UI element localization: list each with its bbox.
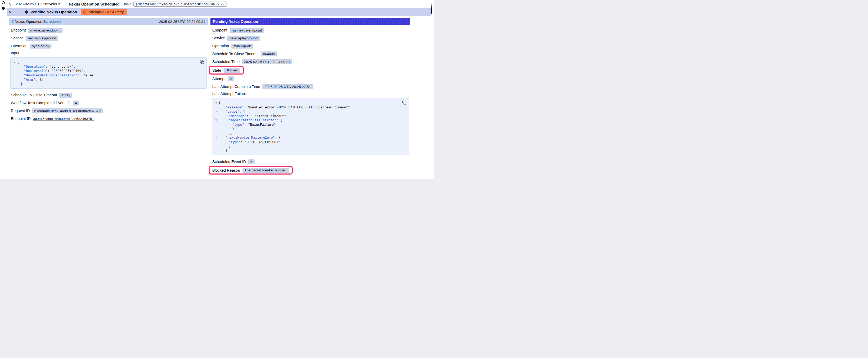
chevron-spacer <box>214 131 219 136</box>
field-value-badge: 1 day <box>59 93 72 98</box>
copy-icon[interactable] <box>200 60 204 64</box>
retry-attempt-badge: Attempt 2 · Next Retry <box>81 9 127 15</box>
code-content: "applicationFailureInfo": { <box>229 118 282 123</box>
resize-handle-dots[interactable] <box>431 2 432 14</box>
field-label: Last Attempt Complete Time <box>212 85 260 89</box>
timeline-dotted-connector <box>3 11 3 17</box>
pending-asterisk-icon <box>25 10 28 14</box>
event-title: Nexus Operation Scheduled <box>69 2 120 6</box>
fields-bottom: Scheduled Event ID5Blocked ReasonThe cir… <box>212 159 409 174</box>
field-workflow-task-completed-event-id: Workflow Task Completed Event ID4 <box>11 100 79 106</box>
field-label: Schedule To Close Timeout <box>11 93 57 97</box>
event-input-preview: {"Operation":"sync-op-ok","BusinessID":"… <box>133 2 226 6</box>
code-content: } <box>225 149 227 153</box>
field-value-badge: nexus-playground <box>227 36 259 41</box>
retry-refresh-icon <box>83 10 87 14</box>
collapse-chevron-icon[interactable]: ∨ <box>12 60 17 65</box>
input-label: Input <box>11 51 207 55</box>
code-content: "message": "upstream timeout", <box>229 114 288 118</box>
field-label: Endpoint <box>11 28 26 32</box>
pending-operation-panel-header: Pending Nexus Operation <box>211 18 410 25</box>
event-title: Pending Nexus Operation <box>30 10 77 14</box>
fields-top: Endpointmy-nexus-endpointServicenexus-pl… <box>11 27 207 49</box>
field-value-badge: 2025-02-25 UTC 20:24:09.21 <box>242 59 292 64</box>
field-endpoint: Endpointmy-nexus-endpoint <box>212 27 264 33</box>
code-line: "HandlerWaitForCancellation": false, <box>12 73 197 78</box>
code-line: ∨{ <box>214 101 400 105</box>
field-value-badge: 5 <box>248 159 254 164</box>
scheduled-event-panel-header: 5 Nexus Operation Scheduled 2025-02-25 U… <box>9 18 208 25</box>
code-content: "BusinessID": "20250225122409", <box>24 69 85 73</box>
event-rows: 5 2025-02-25 UTC 20:24:09.21 Nexus Opera… <box>7 1 431 16</box>
field-value-badge: 2 <box>228 76 234 82</box>
code-content: { <box>219 101 221 105</box>
event-row-nexus-operation-scheduled[interactable]: 5 2025-02-25 UTC 20:24:09.21 Nexus Opera… <box>7 1 431 8</box>
chevron-spacer <box>214 114 219 118</box>
field-attempt: Attempt2 <box>212 76 234 82</box>
field-value-badge: 4 <box>73 100 79 105</box>
field-value-badge: my-nexus-endpoint <box>28 28 63 33</box>
code-content: } <box>232 127 234 131</box>
field-label: Endpoint <box>212 28 227 32</box>
event-id[interactable]: 5 <box>9 2 12 6</box>
code-content: "Operation": "sync-op-ok", <box>24 65 75 69</box>
code-line: } <box>214 144 400 149</box>
chevron-spacer <box>12 82 17 86</box>
last-attempt-failure-label: Last Attempt Failure <box>212 92 409 96</box>
code-line: ∨"cause": { <box>214 109 400 114</box>
code-content: { <box>17 60 19 65</box>
field-label: Blocked Reason <box>212 168 240 172</box>
field-schedule-to-close-timeout: Schedule To Close Timeout86400s <box>212 51 277 57</box>
code-line: } <box>214 127 400 131</box>
field-label: Endpoint ID <box>11 117 31 121</box>
scheduled-event-panel: 5 Nexus Operation Scheduled 2025-02-25 U… <box>9 18 208 176</box>
chevron-spacer <box>12 77 17 82</box>
chevron-spacer <box>214 105 219 110</box>
event-timestamp: 2025-02-25 UTC 20:24:09.21 <box>16 2 62 6</box>
code-line: ∨"applicationFailureInfo": { <box>214 118 400 123</box>
pending-operation-panel: Pending Nexus Operation Endpointmy-nexus… <box>211 18 410 176</box>
failure-json-lines: ∨{"message": "handler error (UPSTREAM_TI… <box>214 101 400 153</box>
field-schedule-to-close-timeout: Schedule To Close Timeout1 day <box>11 92 72 98</box>
field-label: Workflow Task Completed Event ID <box>11 101 70 105</box>
field-value-link[interactable]: 3c0c75ccfa8144b092c13ce632463761 <box>33 117 94 121</box>
event-id[interactable]: 5 <box>9 10 12 14</box>
field-label: Request ID <box>11 109 30 113</box>
code-content: "type": "NexusFailure" <box>232 123 276 127</box>
field-service: Servicenexus-playground <box>212 35 260 41</box>
field-label: Service <box>11 36 23 40</box>
code-content: } <box>229 144 231 149</box>
collapse-chevron-icon[interactable]: ∨ <box>214 109 219 114</box>
collapse-chevron-icon[interactable]: ∨ <box>214 101 219 105</box>
field-label: Operation <box>212 44 229 48</box>
code-content: "message": "handler error (UPSTREAM_TIME… <box>225 105 352 110</box>
retry-badge-label: Attempt 2 · Next Retry <box>89 10 124 14</box>
code-line: "Operation": "sync-op-ok", <box>12 65 197 69</box>
panel-title: 5 Nexus Operation Scheduled <box>11 20 61 24</box>
code-line: "BusinessID": "20250225122409", <box>12 69 197 73</box>
field-value-badge: my-nexus-endpoint <box>229 28 264 33</box>
code-content: "HandlerWaitForCancellation": false, <box>24 73 95 78</box>
field-last-attempt-complete-time: Last Attempt Complete Time2025-02-25 UTC… <box>212 84 313 90</box>
collapse-chevron-icon[interactable]: ∨ <box>214 135 219 140</box>
chevron-spacer <box>12 73 17 78</box>
event-detail-label: Input <box>124 2 131 6</box>
code-content: }, <box>229 131 233 136</box>
field-operation: Operationsync-op-ok <box>11 43 52 49</box>
field-label: Scheduled Time <box>212 60 240 64</box>
chevron-spacer <box>214 127 219 131</box>
panel-timestamp: 2025-02-25 UTC 20:24:09.21 <box>159 20 205 24</box>
code-content: } <box>21 82 23 86</box>
field-value-badge: sync-op-ok <box>231 43 253 48</box>
chevron-spacer <box>12 69 17 73</box>
chevron-spacer <box>214 123 219 127</box>
code-line: }, <box>214 131 400 136</box>
code-content: "Args": [] <box>24 77 43 82</box>
copy-icon[interactable] <box>402 100 406 105</box>
field-label: Service <box>212 36 225 40</box>
field-scheduled-event-id: Scheduled Event ID5 <box>212 159 254 165</box>
event-row-pending-nexus-operation[interactable]: 5 Pending Nexus Operation Attempt 2 · Ne… <box>7 8 431 16</box>
field-service: Servicenexus-playground <box>11 35 58 41</box>
collapse-chevron-icon[interactable]: ∨ <box>214 118 219 123</box>
field-label: Schedule To Close Timeout <box>212 52 258 56</box>
